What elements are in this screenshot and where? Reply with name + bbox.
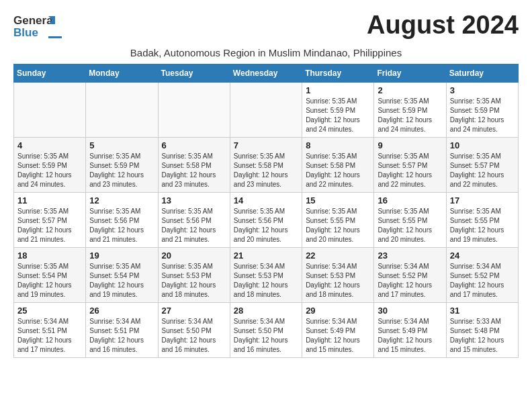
calendar-cell: 14Sunrise: 5:35 AMSunset: 5:56 PMDayligh… bbox=[230, 193, 302, 248]
day-number: 27 bbox=[162, 306, 226, 316]
day-number: 29 bbox=[306, 306, 370, 316]
day-info: Sunrise: 5:35 AMSunset: 5:57 PMDaylight:… bbox=[378, 152, 442, 189]
calendar-cell: 4Sunrise: 5:35 AMSunset: 5:59 PMDaylight… bbox=[14, 138, 86, 193]
day-number: 7 bbox=[234, 140, 298, 150]
day-number: 3 bbox=[450, 85, 515, 95]
day-info: Sunrise: 5:35 AMSunset: 5:58 PMDaylight:… bbox=[162, 152, 226, 189]
day-number: 19 bbox=[89, 250, 154, 261]
day-number: 17 bbox=[450, 195, 515, 205]
calendar-cell: 5Sunrise: 5:35 AMSunset: 5:59 PMDaylight… bbox=[86, 138, 158, 193]
day-info: Sunrise: 5:35 AMSunset: 5:56 PMDaylight:… bbox=[89, 207, 154, 244]
day-info: Sunrise: 5:34 AMSunset: 5:52 PMDaylight:… bbox=[378, 262, 442, 300]
day-number: 4 bbox=[17, 140, 82, 150]
calendar-cell bbox=[158, 83, 230, 138]
week-row-4: 18Sunrise: 5:35 AMSunset: 5:54 PMDayligh… bbox=[14, 248, 519, 303]
calendar-cell: 17Sunrise: 5:35 AMSunset: 5:55 PMDayligh… bbox=[446, 193, 518, 248]
calendar-cell bbox=[230, 83, 302, 138]
calendar-cell: 21Sunrise: 5:34 AMSunset: 5:53 PMDayligh… bbox=[230, 248, 302, 303]
day-info: Sunrise: 5:34 AMSunset: 5:50 PMDaylight:… bbox=[234, 317, 298, 355]
day-info: Sunrise: 5:34 AMSunset: 5:50 PMDaylight:… bbox=[162, 317, 226, 355]
day-number: 30 bbox=[378, 306, 442, 316]
calendar-cell: 1Sunrise: 5:35 AMSunset: 5:59 PMDaylight… bbox=[302, 83, 374, 138]
calendar-header: Sunday Monday Tuesday Wednesday Thursday… bbox=[14, 64, 519, 83]
day-info: Sunrise: 5:35 AMSunset: 5:59 PMDaylight:… bbox=[306, 97, 370, 134]
day-info: Sunrise: 5:34 AMSunset: 5:53 PMDaylight:… bbox=[234, 262, 298, 300]
day-number: 18 bbox=[17, 250, 82, 261]
logo-icon: General Blue bbox=[13, 11, 62, 44]
day-number: 1 bbox=[306, 85, 370, 95]
calendar-cell: 26Sunrise: 5:34 AMSunset: 5:51 PMDayligh… bbox=[86, 303, 158, 358]
col-monday: Monday bbox=[86, 64, 158, 83]
calendar-cell: 6Sunrise: 5:35 AMSunset: 5:58 PMDaylight… bbox=[158, 138, 230, 193]
day-info: Sunrise: 5:35 AMSunset: 5:56 PMDaylight:… bbox=[234, 207, 298, 244]
calendar-cell: 13Sunrise: 5:35 AMSunset: 5:56 PMDayligh… bbox=[158, 193, 230, 248]
header-row: Sunday Monday Tuesday Wednesday Thursday… bbox=[14, 64, 519, 83]
calendar-cell: 7Sunrise: 5:35 AMSunset: 5:58 PMDaylight… bbox=[230, 138, 302, 193]
day-info: Sunrise: 5:35 AMSunset: 5:58 PMDaylight:… bbox=[306, 152, 370, 189]
day-number: 2 bbox=[378, 85, 442, 95]
day-number: 15 bbox=[306, 195, 370, 205]
subtitle: Badak, Autonomous Region in Muslim Minda… bbox=[13, 47, 519, 58]
col-sunday: Sunday bbox=[14, 64, 86, 83]
day-info: Sunrise: 5:35 AMSunset: 5:58 PMDaylight:… bbox=[234, 152, 298, 189]
day-number: 9 bbox=[378, 140, 442, 150]
day-number: 26 bbox=[89, 306, 154, 316]
week-row-3: 11Sunrise: 5:35 AMSunset: 5:57 PMDayligh… bbox=[14, 193, 519, 248]
col-thursday: Thursday bbox=[302, 64, 374, 83]
day-info: Sunrise: 5:34 AMSunset: 5:51 PMDaylight:… bbox=[89, 317, 154, 355]
logo: General Blue bbox=[13, 11, 62, 44]
day-number: 28 bbox=[234, 306, 298, 316]
day-info: Sunrise: 5:34 AMSunset: 5:51 PMDaylight:… bbox=[17, 317, 82, 355]
calendar-cell: 3Sunrise: 5:35 AMSunset: 5:59 PMDaylight… bbox=[446, 83, 518, 138]
col-saturday: Saturday bbox=[446, 64, 518, 83]
day-number: 6 bbox=[162, 140, 226, 150]
day-info: Sunrise: 5:35 AMSunset: 5:55 PMDaylight:… bbox=[306, 207, 370, 244]
day-number: 21 bbox=[234, 250, 298, 261]
day-number: 24 bbox=[450, 250, 515, 261]
day-number: 11 bbox=[17, 195, 82, 205]
day-info: Sunrise: 5:34 AMSunset: 5:52 PMDaylight:… bbox=[450, 262, 515, 300]
calendar-cell: 31Sunrise: 5:33 AMSunset: 5:48 PMDayligh… bbox=[446, 303, 518, 358]
day-number: 12 bbox=[89, 195, 154, 205]
day-info: Sunrise: 5:35 AMSunset: 5:57 PMDaylight:… bbox=[450, 152, 515, 189]
calendar-cell: 10Sunrise: 5:35 AMSunset: 5:57 PMDayligh… bbox=[446, 138, 518, 193]
day-info: Sunrise: 5:34 AMSunset: 5:49 PMDaylight:… bbox=[378, 317, 442, 355]
calendar-body: 1Sunrise: 5:35 AMSunset: 5:59 PMDaylight… bbox=[14, 83, 519, 358]
calendar-cell: 9Sunrise: 5:35 AMSunset: 5:57 PMDaylight… bbox=[374, 138, 446, 193]
calendar-cell: 16Sunrise: 5:35 AMSunset: 5:55 PMDayligh… bbox=[374, 193, 446, 248]
day-number: 5 bbox=[89, 140, 154, 150]
day-number: 13 bbox=[162, 195, 226, 205]
day-info: Sunrise: 5:35 AMSunset: 5:59 PMDaylight:… bbox=[89, 152, 154, 189]
calendar-table: Sunday Monday Tuesday Wednesday Thursday… bbox=[13, 64, 519, 358]
calendar-cell: 30Sunrise: 5:34 AMSunset: 5:49 PMDayligh… bbox=[374, 303, 446, 358]
day-number: 20 bbox=[162, 250, 226, 261]
calendar-cell: 18Sunrise: 5:35 AMSunset: 5:54 PMDayligh… bbox=[14, 248, 86, 303]
col-wednesday: Wednesday bbox=[230, 64, 302, 83]
day-info: Sunrise: 5:35 AMSunset: 5:59 PMDaylight:… bbox=[450, 97, 515, 134]
day-info: Sunrise: 5:35 AMSunset: 5:59 PMDaylight:… bbox=[378, 97, 442, 134]
calendar-cell: 27Sunrise: 5:34 AMSunset: 5:50 PMDayligh… bbox=[158, 303, 230, 358]
day-number: 8 bbox=[306, 140, 370, 150]
calendar-cell: 20Sunrise: 5:35 AMSunset: 5:53 PMDayligh… bbox=[158, 248, 230, 303]
day-info: Sunrise: 5:35 AMSunset: 5:59 PMDaylight:… bbox=[17, 152, 82, 189]
week-row-5: 25Sunrise: 5:34 AMSunset: 5:51 PMDayligh… bbox=[14, 303, 519, 358]
day-info: Sunrise: 5:33 AMSunset: 5:48 PMDaylight:… bbox=[450, 317, 515, 355]
day-number: 31 bbox=[450, 306, 515, 316]
day-number: 10 bbox=[450, 140, 515, 150]
calendar-cell: 25Sunrise: 5:34 AMSunset: 5:51 PMDayligh… bbox=[14, 303, 86, 358]
svg-rect-3 bbox=[48, 36, 62, 38]
day-info: Sunrise: 5:35 AMSunset: 5:56 PMDaylight:… bbox=[162, 207, 226, 244]
col-friday: Friday bbox=[374, 64, 446, 83]
calendar-cell: 24Sunrise: 5:34 AMSunset: 5:52 PMDayligh… bbox=[446, 248, 518, 303]
week-row-1: 1Sunrise: 5:35 AMSunset: 5:59 PMDaylight… bbox=[14, 83, 519, 138]
svg-text:Blue: Blue bbox=[13, 26, 38, 39]
calendar-cell: 11Sunrise: 5:35 AMSunset: 5:57 PMDayligh… bbox=[14, 193, 86, 248]
day-info: Sunrise: 5:35 AMSunset: 5:55 PMDaylight:… bbox=[450, 207, 515, 244]
calendar-cell: 12Sunrise: 5:35 AMSunset: 5:56 PMDayligh… bbox=[86, 193, 158, 248]
col-tuesday: Tuesday bbox=[158, 64, 230, 83]
calendar-cell bbox=[86, 83, 158, 138]
calendar-cell: 8Sunrise: 5:35 AMSunset: 5:58 PMDaylight… bbox=[302, 138, 374, 193]
day-number: 22 bbox=[306, 250, 370, 261]
day-info: Sunrise: 5:35 AMSunset: 5:54 PMDaylight:… bbox=[89, 262, 154, 300]
calendar-cell: 29Sunrise: 5:34 AMSunset: 5:49 PMDayligh… bbox=[302, 303, 374, 358]
